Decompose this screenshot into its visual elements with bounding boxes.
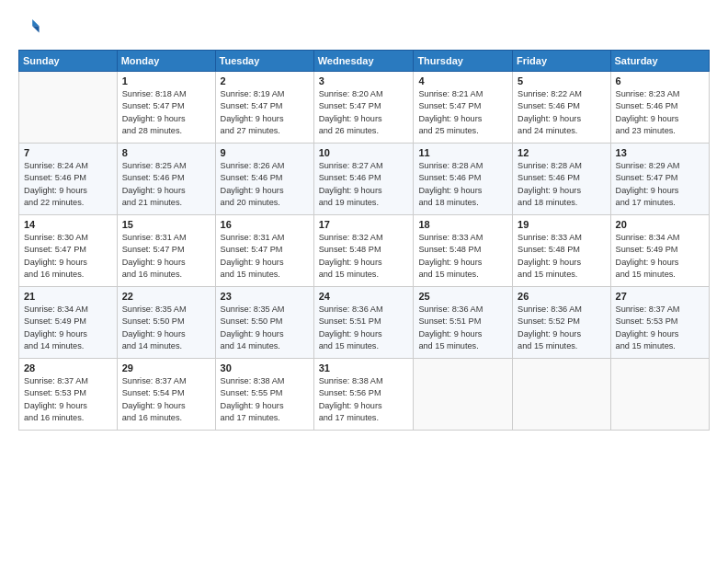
- day-cell: 11Sunrise: 8:28 AM Sunset: 5:46 PM Dayli…: [414, 144, 513, 215]
- day-cell: 22Sunrise: 8:35 AM Sunset: 5:50 PM Dayli…: [117, 287, 215, 359]
- week-row-1: 7Sunrise: 8:24 AM Sunset: 5:46 PM Daylig…: [19, 144, 710, 215]
- day-info: Sunrise: 8:19 AM Sunset: 5:47 PM Dayligh…: [221, 88, 309, 137]
- day-number: 27: [616, 291, 704, 302]
- day-info: Sunrise: 8:24 AM Sunset: 5:46 PM Dayligh…: [24, 160, 112, 209]
- day-info: Sunrise: 8:28 AM Sunset: 5:46 PM Dayligh…: [518, 160, 605, 209]
- day-info: Sunrise: 8:33 AM Sunset: 5:48 PM Dayligh…: [518, 232, 605, 281]
- day-cell: 16Sunrise: 8:31 AM Sunset: 5:47 PM Dayli…: [215, 215, 313, 287]
- day-info: Sunrise: 8:29 AM Sunset: 5:47 PM Dayligh…: [616, 160, 704, 209]
- day-number: 29: [122, 362, 210, 373]
- day-cell: 7Sunrise: 8:24 AM Sunset: 5:46 PM Daylig…: [19, 144, 118, 215]
- day-cell: 29Sunrise: 8:37 AM Sunset: 5:54 PM Dayli…: [117, 359, 215, 431]
- day-number: 9: [221, 147, 309, 158]
- day-cell: 4Sunrise: 8:21 AM Sunset: 5:47 PM Daylig…: [414, 72, 513, 144]
- calendar-body: 1Sunrise: 8:18 AM Sunset: 5:47 PM Daylig…: [19, 72, 710, 431]
- day-cell: 20Sunrise: 8:34 AM Sunset: 5:49 PM Dayli…: [610, 215, 709, 287]
- day-cell: 17Sunrise: 8:32 AM Sunset: 5:48 PM Dayli…: [313, 215, 414, 287]
- day-number: 7: [24, 147, 112, 158]
- day-cell: 1Sunrise: 8:18 AM Sunset: 5:47 PM Daylig…: [117, 72, 215, 144]
- day-number: 3: [319, 75, 409, 86]
- day-number: 16: [221, 219, 309, 230]
- day-number: 8: [122, 147, 210, 158]
- day-number: 5: [518, 75, 605, 86]
- day-cell: [19, 72, 118, 144]
- day-cell: 12Sunrise: 8:28 AM Sunset: 5:46 PM Dayli…: [513, 144, 610, 215]
- day-number: 11: [418, 147, 507, 158]
- day-cell: 19Sunrise: 8:33 AM Sunset: 5:48 PM Dayli…: [513, 215, 610, 287]
- day-cell: 24Sunrise: 8:36 AM Sunset: 5:51 PM Dayli…: [313, 287, 414, 359]
- day-info: Sunrise: 8:27 AM Sunset: 5:46 PM Dayligh…: [319, 160, 409, 209]
- logo-icon: [20, 17, 40, 37]
- day-number: 21: [24, 291, 112, 302]
- day-info: Sunrise: 8:20 AM Sunset: 5:47 PM Dayligh…: [319, 88, 409, 137]
- day-number: 2: [221, 75, 309, 86]
- calendar: SundayMondayTuesdayWednesdayThursdayFrid…: [18, 50, 710, 431]
- day-cell: 9Sunrise: 8:26 AM Sunset: 5:46 PM Daylig…: [215, 144, 313, 215]
- day-info: Sunrise: 8:34 AM Sunset: 5:49 PM Dayligh…: [616, 232, 704, 281]
- day-info: Sunrise: 8:37 AM Sunset: 5:54 PM Dayligh…: [122, 375, 210, 424]
- day-cell: 21Sunrise: 8:34 AM Sunset: 5:49 PM Dayli…: [19, 287, 118, 359]
- day-number: 30: [221, 362, 309, 373]
- day-info: Sunrise: 8:32 AM Sunset: 5:48 PM Dayligh…: [319, 232, 409, 281]
- day-info: Sunrise: 8:36 AM Sunset: 5:51 PM Dayligh…: [418, 304, 507, 352]
- day-number: 19: [518, 219, 605, 230]
- day-info: Sunrise: 8:35 AM Sunset: 5:50 PM Dayligh…: [122, 304, 210, 352]
- weekday-wednesday: Wednesday: [313, 51, 414, 72]
- day-number: 24: [319, 291, 409, 302]
- day-cell: 26Sunrise: 8:36 AM Sunset: 5:52 PM Dayli…: [513, 287, 610, 359]
- day-info: Sunrise: 8:22 AM Sunset: 5:46 PM Dayligh…: [518, 88, 605, 137]
- weekday-thursday: Thursday: [414, 51, 513, 72]
- day-info: Sunrise: 8:26 AM Sunset: 5:46 PM Dayligh…: [221, 160, 309, 209]
- day-info: Sunrise: 8:33 AM Sunset: 5:48 PM Dayligh…: [418, 232, 507, 281]
- day-number: 20: [616, 219, 704, 230]
- day-number: 28: [24, 362, 112, 373]
- logo: [18, 17, 40, 40]
- day-info: Sunrise: 8:38 AM Sunset: 5:56 PM Dayligh…: [319, 375, 409, 424]
- day-info: Sunrise: 8:36 AM Sunset: 5:52 PM Dayligh…: [518, 304, 605, 352]
- day-cell: 14Sunrise: 8:30 AM Sunset: 5:47 PM Dayli…: [19, 215, 118, 287]
- svg-marker-1: [32, 26, 39, 32]
- weekday-sunday: Sunday: [19, 51, 118, 72]
- day-number: 23: [221, 291, 309, 302]
- day-number: 12: [518, 147, 605, 158]
- day-number: 22: [122, 291, 210, 302]
- day-cell: [610, 359, 709, 431]
- day-info: Sunrise: 8:30 AM Sunset: 5:47 PM Dayligh…: [24, 232, 112, 281]
- weekday-saturday: Saturday: [610, 51, 709, 72]
- day-number: 4: [418, 75, 507, 86]
- day-cell: 23Sunrise: 8:35 AM Sunset: 5:50 PM Dayli…: [215, 287, 313, 359]
- day-info: Sunrise: 8:28 AM Sunset: 5:46 PM Dayligh…: [418, 160, 507, 209]
- day-cell: 5Sunrise: 8:22 AM Sunset: 5:46 PM Daylig…: [513, 72, 610, 144]
- page: SundayMondayTuesdayWednesdayThursdayFrid…: [0, 0, 728, 563]
- day-cell: 31Sunrise: 8:38 AM Sunset: 5:56 PM Dayli…: [313, 359, 414, 431]
- day-cell: 25Sunrise: 8:36 AM Sunset: 5:51 PM Dayli…: [414, 287, 513, 359]
- day-info: Sunrise: 8:36 AM Sunset: 5:51 PM Dayligh…: [319, 304, 409, 352]
- day-cell: 27Sunrise: 8:37 AM Sunset: 5:53 PM Dayli…: [610, 287, 709, 359]
- day-info: Sunrise: 8:23 AM Sunset: 5:46 PM Dayligh…: [616, 88, 704, 137]
- week-row-3: 21Sunrise: 8:34 AM Sunset: 5:49 PM Dayli…: [19, 287, 710, 359]
- day-info: Sunrise: 8:21 AM Sunset: 5:47 PM Dayligh…: [418, 88, 507, 137]
- day-number: 6: [616, 75, 704, 86]
- day-cell: 3Sunrise: 8:20 AM Sunset: 5:47 PM Daylig…: [313, 72, 414, 144]
- day-info: Sunrise: 8:25 AM Sunset: 5:46 PM Dayligh…: [122, 160, 210, 209]
- day-cell: 15Sunrise: 8:31 AM Sunset: 5:47 PM Dayli…: [117, 215, 215, 287]
- weekday-tuesday: Tuesday: [215, 51, 313, 72]
- day-cell: 8Sunrise: 8:25 AM Sunset: 5:46 PM Daylig…: [117, 144, 215, 215]
- weekday-monday: Monday: [117, 51, 215, 72]
- day-info: Sunrise: 8:37 AM Sunset: 5:53 PM Dayligh…: [616, 304, 704, 352]
- day-number: 10: [319, 147, 409, 158]
- svg-marker-0: [32, 19, 39, 26]
- week-row-0: 1Sunrise: 8:18 AM Sunset: 5:47 PM Daylig…: [19, 72, 710, 144]
- weekday-header: SundayMondayTuesdayWednesdayThursdayFrid…: [19, 51, 710, 72]
- day-cell: 18Sunrise: 8:33 AM Sunset: 5:48 PM Dayli…: [414, 215, 513, 287]
- day-number: 13: [616, 147, 704, 158]
- day-number: 31: [319, 362, 409, 373]
- day-cell: 13Sunrise: 8:29 AM Sunset: 5:47 PM Dayli…: [610, 144, 709, 215]
- header: [18, 17, 710, 40]
- week-row-4: 28Sunrise: 8:37 AM Sunset: 5:53 PM Dayli…: [19, 359, 710, 431]
- day-info: Sunrise: 8:31 AM Sunset: 5:47 PM Dayligh…: [221, 232, 309, 281]
- day-number: 1: [122, 75, 210, 86]
- day-cell: [414, 359, 513, 431]
- day-info: Sunrise: 8:37 AM Sunset: 5:53 PM Dayligh…: [24, 375, 112, 424]
- day-cell: 28Sunrise: 8:37 AM Sunset: 5:53 PM Dayli…: [19, 359, 118, 431]
